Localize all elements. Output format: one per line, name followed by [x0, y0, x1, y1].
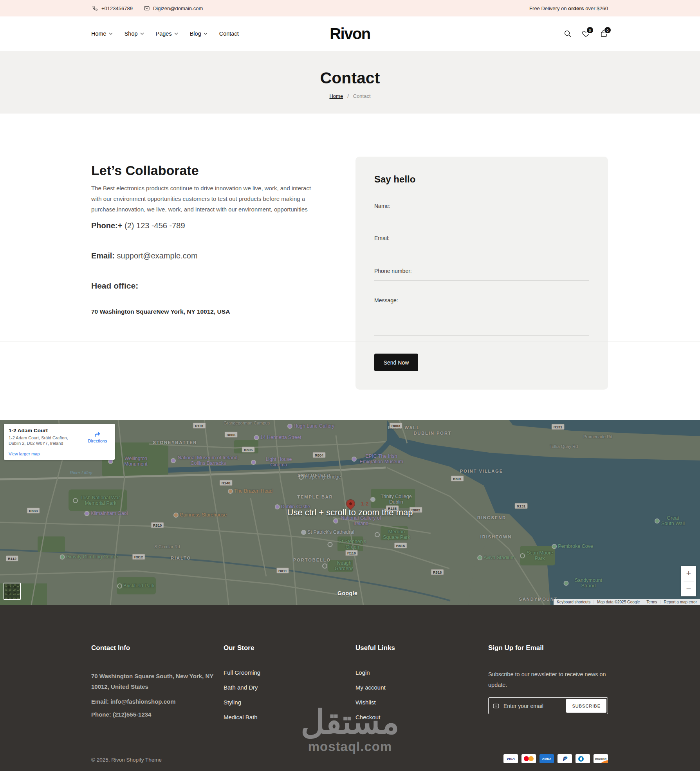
- payment-icon: [539, 754, 554, 763]
- say-hello-card: Say hello Name: Email: Phone number: Mes…: [355, 157, 608, 390]
- footer-signup-title: Sign Up for Email: [488, 644, 608, 652]
- collaborate-title: Let’s Collaborate: [91, 163, 199, 178]
- topbar-phone-text: +0123456789: [101, 5, 133, 11]
- nav-item[interactable]: Pages: [156, 31, 178, 37]
- google-map[interactable]: STONEYBATTERSMITHFIELDTEMPLE BAREAST WAL…: [0, 420, 700, 605]
- newsletter-form: SUBSCRIBE: [488, 697, 608, 714]
- topbar-phone-link[interactable]: +0123456789: [92, 5, 133, 11]
- chevron-down-icon: [109, 33, 113, 35]
- nav-item[interactable]: Contact: [219, 31, 239, 37]
- map-attribution-item[interactable]: Report a map error: [660, 600, 700, 604]
- message-field[interactable]: [374, 309, 589, 336]
- footer-phone: Phone: (212)555-1234: [91, 711, 217, 718]
- page-hero: Contact Home / Contact: [0, 51, 700, 114]
- google-logo: Google: [337, 590, 357, 596]
- logo[interactable]: Rivon: [330, 25, 370, 43]
- footer-email: Email: info@fashionshop.com: [91, 698, 217, 705]
- payment-icon: [521, 754, 536, 763]
- map-attribution-item[interactable]: Keyboard shortcuts: [554, 600, 594, 604]
- footer-link[interactable]: Login: [355, 669, 457, 676]
- breadcrumb: Home / Contact: [0, 93, 700, 99]
- wishlist-icon[interactable]: 0: [581, 29, 590, 38]
- nav-item[interactable]: Shop: [124, 31, 144, 37]
- send-now-button[interactable]: Send Now: [374, 354, 418, 371]
- directions-icon: [85, 430, 110, 439]
- site-footer: Contact Info 70 Washington Square South,…: [0, 605, 700, 771]
- free-delivery-promo: Free Delivery on orders over $260: [529, 5, 608, 11]
- map-place-address: 1-2 Adam Court, Sráid Grafton, Dublin 2,…: [9, 435, 81, 446]
- footer-contact-title: Contact Info: [91, 644, 217, 652]
- collaborate-body: The Best electronics products continue t…: [91, 183, 320, 215]
- zoom-in-button[interactable]: +: [681, 566, 696, 581]
- footer-signup-column: Sign Up for Email Subscribe to our newsl…: [488, 644, 608, 714]
- payment-icon: [503, 754, 518, 763]
- payment-methods: [503, 754, 608, 763]
- footer-link[interactable]: Medical Bath: [224, 714, 325, 720]
- email-field[interactable]: [374, 238, 589, 248]
- form-title: Say hello: [374, 174, 415, 185]
- payment-icon: [594, 754, 608, 763]
- head-office-label: Head office:: [91, 281, 138, 291]
- footer-useful-links: LoginMy accountWishlistCheckout: [355, 669, 457, 720]
- breadcrumb-separator: /: [347, 93, 349, 99]
- footer-store-column: Our Store Full GroomingBath and DryStyli…: [224, 644, 325, 729]
- announcement-bar: +0123456789 Digizen@domain.com Free Deli…: [0, 0, 700, 16]
- breadcrumb-home-link[interactable]: Home: [329, 93, 343, 99]
- cart-icon[interactable]: 0: [600, 29, 608, 38]
- map-info-card: 1-2 Adam Court 1-2 Adam Court, Sráid Gra…: [4, 424, 115, 460]
- envelope-icon: [144, 5, 150, 11]
- phone-field[interactable]: [374, 270, 589, 281]
- satellite-view-toggle[interactable]: [4, 583, 21, 600]
- footer-links-title: Useful Links: [355, 644, 457, 652]
- map-zoom-control: + −: [681, 566, 696, 596]
- footer-store-links: Full GroomingBath and DryStylingMedical …: [224, 669, 325, 720]
- footer-store-title: Our Store: [224, 644, 325, 652]
- search-icon[interactable]: [563, 29, 572, 38]
- footer-contact-column: Contact Info 70 Washington Square South,…: [91, 644, 217, 718]
- contact-main: Let’s Collaborate The Best electronics p…: [0, 114, 700, 420]
- name-field[interactable]: [374, 206, 589, 216]
- topbar-email-link[interactable]: Digizen@domain.com: [144, 5, 203, 11]
- phone-icon: [92, 5, 98, 11]
- payment-icon: [576, 754, 590, 763]
- page-title: Contact: [0, 51, 700, 87]
- footer-link[interactable]: Full Grooming: [224, 669, 325, 676]
- map-attribution-item[interactable]: Map data ©2025 Google: [594, 600, 643, 604]
- copyright-text: © 2025, Rivon Shopify Theme: [91, 757, 162, 763]
- footer-links-column: Useful Links LoginMy accountWishlistChec…: [355, 644, 457, 729]
- main-nav: Home Shop Pages Blog Contact: [91, 16, 239, 51]
- chevron-down-icon: [204, 33, 207, 35]
- view-larger-map-link[interactable]: View larger map: [9, 451, 40, 456]
- directions-button[interactable]: Directions: [85, 430, 110, 443]
- newsletter-text: Subscribe to our newsletter to receive n…: [488, 669, 608, 690]
- contact-phone-line: Phone:+ (2) 123 -456 -789: [91, 221, 185, 230]
- envelope-icon: [493, 702, 500, 710]
- footer-link[interactable]: Styling: [224, 699, 325, 706]
- map-attribution: Keyboard shortcutsMap data ©2025 GoogleT…: [554, 599, 700, 605]
- map-attribution-item[interactable]: Terms: [643, 600, 660, 604]
- footer-link[interactable]: Wishlist: [355, 699, 457, 706]
- cart-count-badge: 0: [604, 26, 612, 34]
- head-office-address: 70 Washington SquareNew York, NY 10012, …: [91, 308, 230, 315]
- footer-address: 70 Washington Square South, New York, NY…: [91, 671, 217, 692]
- subscribe-button[interactable]: SUBSCRIBE: [566, 699, 606, 713]
- wishlist-count-badge: 0: [586, 26, 594, 34]
- breadcrumb-current: Contact: [353, 93, 371, 99]
- chevron-down-icon: [140, 33, 144, 35]
- nav-item[interactable]: Blog: [190, 31, 207, 37]
- nav-item[interactable]: Home: [91, 31, 113, 37]
- zoom-out-button[interactable]: −: [681, 581, 696, 597]
- footer-link[interactable]: Checkout: [355, 714, 457, 720]
- footer-link[interactable]: Bath and Dry: [224, 684, 325, 691]
- section-divider: [0, 341, 700, 341]
- footer-link[interactable]: My account: [355, 684, 457, 691]
- site-header: Home Shop Pages Blog Contact R: [0, 16, 700, 51]
- contact-email-line: Email: support@example.com: [91, 251, 198, 260]
- message-label: Message:: [374, 297, 398, 303]
- topbar-email-text: Digizen@domain.com: [153, 5, 203, 11]
- chevron-down-icon: [174, 33, 178, 35]
- payment-icon: [557, 754, 572, 763]
- map-overlay-hint: Use ctrl + scroll to zoom the map: [287, 507, 413, 518]
- newsletter-email-input[interactable]: [503, 702, 563, 710]
